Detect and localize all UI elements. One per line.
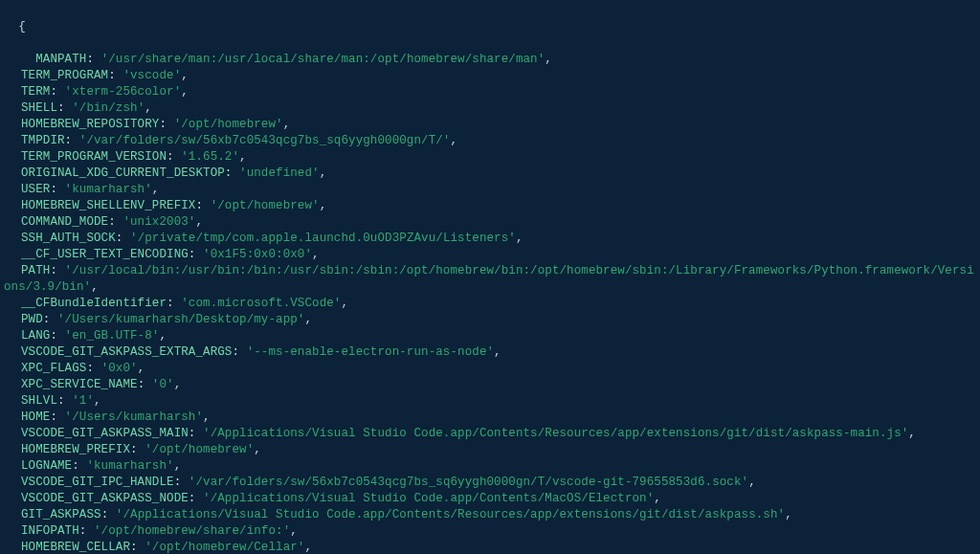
env-value: '/opt/homebrew'	[174, 118, 283, 131]
env-key: VSCODE_GIT_ASKPASS_MAIN	[21, 427, 189, 440]
comma: ,	[138, 362, 145, 375]
env-value: '/opt/homebrew/share/info:'	[94, 524, 290, 538]
env-value: 'en_GB.UTF-8'	[65, 329, 160, 343]
env-key: SHELL	[21, 101, 57, 115]
colon: :	[50, 85, 64, 99]
env-key: __CFBundleIdentifier	[21, 297, 167, 310]
env-key: HOMEBREW_PREFIX	[21, 443, 130, 456]
comma: ,	[254, 443, 261, 456]
comma: ,	[203, 410, 211, 424]
env-key: PATH	[21, 264, 50, 277]
env-value: '/opt/homebrew'	[211, 199, 320, 212]
colon: :	[130, 443, 145, 456]
env-key: GIT_ASKPASS	[21, 508, 101, 521]
comma: ,	[320, 199, 327, 212]
comma: ,	[91, 280, 99, 294]
colon: :	[50, 264, 64, 277]
env-value: '/var/folders/sw/56xb7c0543qcg7bs_sq6yyg…	[79, 134, 451, 147]
env-key: MANPATH	[35, 53, 86, 66]
env-key: SHLVL	[21, 394, 57, 408]
comma: ,	[304, 541, 312, 554]
env-value: '/private/tmp/com.apple.launchd.0uOD3PZA…	[130, 232, 516, 245]
env-key: TERM_PROGRAM_VERSION	[21, 150, 167, 164]
comma: ,	[283, 118, 291, 131]
env-key: TERM	[21, 85, 50, 99]
comma: ,	[312, 248, 320, 261]
comma: ,	[341, 297, 348, 310]
terminal-output[interactable]: { MANPATH: '/usr/share/man:/usr/local/sh…	[0, 0, 980, 554]
colon: :	[50, 329, 64, 343]
colon: :	[57, 101, 72, 115]
env-key: SSH_AUTH_SOCK	[21, 232, 116, 245]
colon: :	[108, 69, 122, 82]
env-value: '0'	[152, 378, 174, 391]
env-key: LOGNAME	[21, 459, 72, 473]
colon: :	[138, 378, 152, 391]
comma: ,	[654, 492, 661, 505]
comma: ,	[304, 313, 312, 326]
env-key: HOMEBREW_SHELLENV_PREFIX	[21, 199, 195, 212]
env-key: LANG	[21, 329, 50, 343]
colon: :	[195, 199, 210, 212]
env-value: 'kumarharsh'	[86, 459, 173, 473]
comma: ,	[195, 215, 203, 229]
env-key: VSCODE_GIT_IPC_HANDLE	[21, 476, 174, 489]
comma: ,	[516, 232, 523, 245]
env-value: '1.65.2'	[181, 150, 239, 164]
comma: ,	[174, 459, 182, 473]
colon: :	[189, 427, 203, 440]
colon: :	[86, 53, 100, 66]
env-key: HOMEBREW_CELLAR	[21, 541, 130, 554]
colon: :	[72, 459, 86, 473]
colon: :	[116, 232, 130, 245]
env-key: PWD	[21, 313, 43, 326]
comma: ,	[159, 329, 167, 343]
env-value: '/Users/kumarharsh'	[65, 410, 203, 424]
colon: :	[86, 362, 100, 375]
comma: ,	[290, 524, 298, 538]
env-value: '/Applications/Visual Studio Code.app/Co…	[203, 427, 908, 440]
comma: ,	[320, 166, 327, 180]
env-value: 'vscode'	[122, 69, 181, 82]
colon: :	[232, 345, 246, 359]
colon: :	[159, 118, 173, 131]
env-value: '/opt/homebrew/Cellar'	[145, 541, 304, 554]
comma: ,	[494, 345, 501, 359]
object-open-brace: {	[18, 20, 26, 33]
comma: ,	[450, 134, 457, 147]
env-key: VSCODE_GIT_ASKPASS_EXTRA_ARGS	[21, 345, 232, 359]
env-value: 'xterm-256color'	[65, 85, 182, 99]
comma: ,	[785, 508, 792, 521]
env-key: INFOPATH	[21, 524, 79, 538]
env-key: XPC_FLAGS	[21, 362, 86, 375]
env-key: USER	[21, 183, 50, 196]
colon: :	[57, 394, 72, 408]
env-value: '/Applications/Visual Studio Code.app/Co…	[116, 508, 785, 521]
env-value: 'unix2003'	[122, 215, 195, 229]
env-value: '/usr/share/man:/usr/local/share/man:/op…	[101, 53, 546, 66]
env-value: '1'	[72, 394, 94, 408]
env-value: '/bin/zsh'	[72, 101, 145, 115]
colon: :	[50, 183, 64, 196]
env-key: TERM_PROGRAM	[21, 69, 108, 82]
colon: :	[167, 297, 181, 310]
env-value: '/var/folders/sw/56xb7c0543qcg7bs_sq6yyg…	[189, 476, 748, 489]
colon: :	[50, 410, 64, 424]
env-value: '/opt/homebrew'	[145, 443, 254, 456]
env-value: '--ms-enable-electron-run-as-node'	[247, 345, 494, 359]
env-value: 'com.microsoft.VSCode'	[181, 297, 341, 310]
colon: :	[130, 541, 145, 554]
comma: ,	[545, 53, 552, 66]
env-value: '/Applications/Visual Studio Code.app/Co…	[203, 492, 654, 505]
colon: :	[189, 248, 203, 261]
env-key: ORIGINAL_XDG_CURRENT_DESKTOP	[21, 166, 225, 180]
env-value: '0x0'	[101, 362, 138, 375]
comma: ,	[748, 476, 756, 489]
env-value: '/Users/kumarharsh/Desktop/my-app'	[57, 313, 304, 326]
comma: ,	[145, 101, 152, 115]
colon: :	[167, 150, 181, 164]
colon: :	[65, 134, 79, 147]
colon: :	[43, 313, 57, 326]
env-key: XPC_SERVICE_NAME	[21, 378, 138, 391]
comma: ,	[152, 183, 160, 196]
